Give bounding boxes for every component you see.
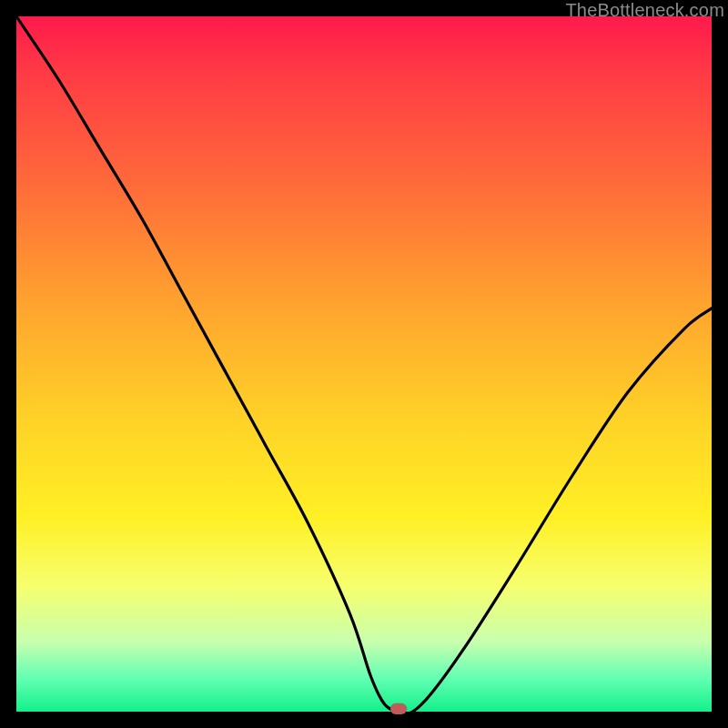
chart-frame: TheBottleneck.com (0, 0, 728, 728)
bottleneck-curve (16, 16, 712, 712)
curve-path (16, 16, 712, 712)
watermark-text: TheBottleneck.com (565, 0, 724, 21)
optimal-point-marker (390, 703, 407, 714)
chart-plot-area (16, 16, 712, 712)
